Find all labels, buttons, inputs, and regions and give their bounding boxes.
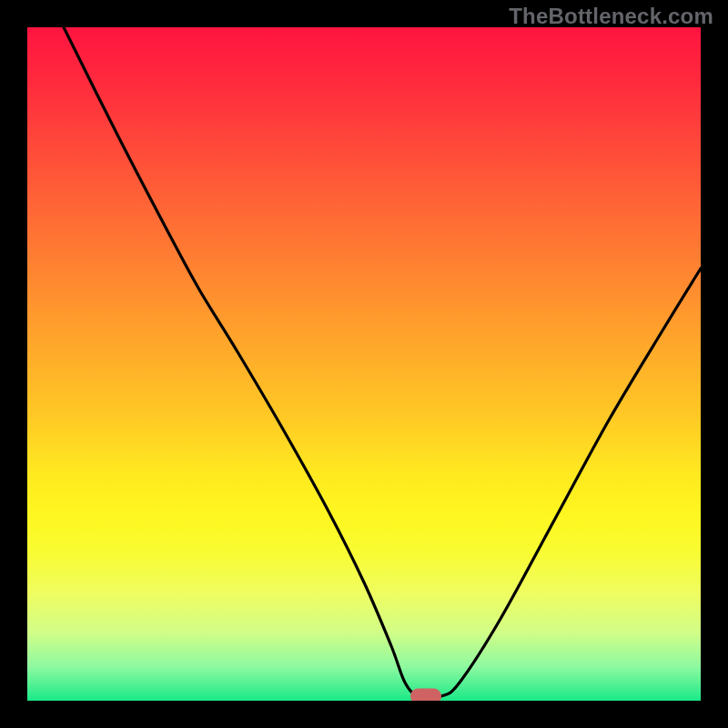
plot-area bbox=[27, 27, 701, 701]
watermark-text: TheBottleneck.com bbox=[509, 4, 713, 29]
bottleneck-curve bbox=[27, 27, 701, 701]
trough-marker bbox=[410, 689, 441, 702]
chart-frame: TheBottleneck.com bbox=[0, 0, 728, 728]
